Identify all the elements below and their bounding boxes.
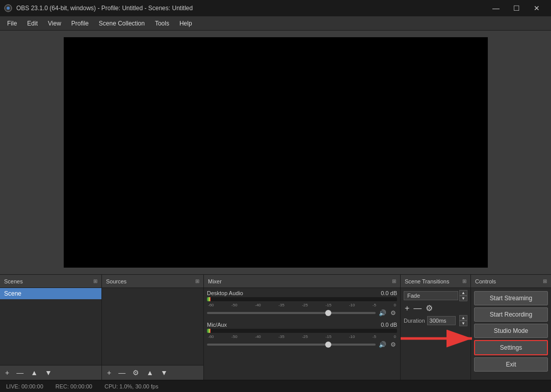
svg-point-1 bbox=[7, 7, 10, 10]
exit-button[interactable]: Exit bbox=[474, 357, 548, 372]
desktop-audio-meter-fill bbox=[207, 297, 211, 301]
scenes-footer: + — ▲ ▼ bbox=[0, 365, 101, 380]
mixer-channel-mic-top: Mic/Aux 0.0 dB bbox=[207, 322, 397, 328]
transitions-panel: Scene Transitions ⊞ Fade ▲ ▼ + — ⚙ Durat… bbox=[401, 275, 471, 380]
mixer-channel-mic: Mic/Aux 0.0 dB -60 -50 -40 -35 -25 -15 -… bbox=[207, 322, 397, 349]
mic-aux-meter-fill bbox=[207, 329, 211, 333]
sources-down-button[interactable]: ▼ bbox=[159, 368, 170, 378]
preview-canvas bbox=[64, 37, 488, 268]
sources-remove-button[interactable]: — bbox=[116, 368, 127, 378]
desktop-audio-mute[interactable]: 🔊 bbox=[378, 308, 387, 318]
maximize-button[interactable]: ☐ bbox=[506, 0, 527, 16]
controls-panel-header: Controls ⊞ bbox=[471, 275, 551, 288]
title-bar: OBS 23.1.0 (64-bit, windows) - Profile: … bbox=[0, 0, 551, 16]
menu-bar: File Edit View Profile Scene Collection … bbox=[0, 16, 551, 31]
desktop-audio-db: 0.0 dB bbox=[381, 290, 397, 296]
transition-spinner: ▲ ▼ bbox=[459, 290, 467, 301]
mixer-channel-desktop: Desktop Audio 0.0 dB -60 -50 -40 -35 -25… bbox=[207, 290, 397, 318]
mic-aux-db: 0.0 dB bbox=[381, 322, 397, 328]
status-bar: LIVE: 00:00:00 REC: 00:00:00 CPU: 1.0%, … bbox=[0, 380, 551, 392]
sources-footer: + — ⚙ ▲ ▼ bbox=[102, 365, 203, 380]
mic-aux-settings[interactable]: ⚙ bbox=[389, 340, 397, 349]
mic-aux-slider[interactable] bbox=[207, 344, 376, 346]
controls-panel-title: Controls bbox=[475, 278, 496, 284]
scenes-list: Scene bbox=[0, 288, 101, 365]
studio-mode-button[interactable]: Studio Mode bbox=[474, 324, 548, 338]
mixer-panel-icon[interactable]: ⊞ bbox=[392, 278, 396, 284]
preview-area bbox=[0, 31, 551, 274]
transition-select-row: Fade ▲ ▼ bbox=[404, 290, 467, 301]
controls-panel: Controls ⊞ Start Streaming Start Recordi… bbox=[471, 275, 551, 380]
controls-content: Start Streaming Start Recording Studio M… bbox=[471, 288, 551, 380]
scenes-panel-icon[interactable]: ⊞ bbox=[93, 278, 97, 284]
bottom-panels: Scenes ⊞ Scene + — ▲ ▼ Sources ⊞ + — ⚙ ▲… bbox=[0, 274, 551, 380]
duration-spin-down[interactable]: ▼ bbox=[459, 321, 467, 326]
menu-profile[interactable]: Profile bbox=[66, 18, 94, 29]
minimize-button[interactable]: — bbox=[486, 0, 506, 16]
duration-spin-up[interactable]: ▲ bbox=[459, 315, 467, 321]
menu-help[interactable]: Help bbox=[174, 18, 197, 29]
desktop-audio-slider[interactable] bbox=[207, 312, 376, 314]
desktop-audio-settings[interactable]: ⚙ bbox=[389, 308, 397, 318]
mic-aux-controls: 🔊 ⚙ bbox=[207, 340, 397, 349]
transition-settings-button[interactable]: ⚙ bbox=[425, 303, 434, 313]
mixer-panel: Mixer ⊞ Desktop Audio 0.0 dB -60 -50 -40… bbox=[204, 275, 401, 380]
sources-add-button[interactable]: + bbox=[105, 368, 113, 378]
desktop-audio-thumb[interactable] bbox=[325, 310, 331, 316]
sources-list bbox=[102, 288, 203, 365]
settings-button[interactable]: Settings bbox=[474, 340, 548, 355]
scenes-up-button[interactable]: ▲ bbox=[29, 368, 40, 378]
status-cpu: CPU: 1.0%, 30.00 fps bbox=[104, 383, 159, 389]
scenes-down-button[interactable]: ▼ bbox=[43, 368, 54, 378]
mixer-panel-header: Mixer ⊞ bbox=[204, 275, 400, 288]
status-rec: REC: 00:00:00 bbox=[56, 383, 92, 389]
mic-aux-meter bbox=[207, 329, 397, 333]
window-controls: — ☐ ✕ bbox=[486, 0, 547, 16]
menu-tools[interactable]: Tools bbox=[150, 18, 174, 29]
duration-label: Duration bbox=[404, 318, 425, 324]
duration-spinner: ▲ ▼ bbox=[459, 315, 467, 326]
mic-aux-mute[interactable]: 🔊 bbox=[378, 340, 387, 349]
mic-aux-label: Mic/Aux bbox=[207, 322, 227, 328]
transitions-content: Fade ▲ ▼ + — ⚙ Duration ▲ ▼ bbox=[401, 288, 470, 380]
menu-file[interactable]: File bbox=[2, 18, 22, 29]
sources-settings-button[interactable]: ⚙ bbox=[130, 368, 141, 378]
desktop-audio-label: Desktop Audio bbox=[207, 290, 243, 296]
scene-item[interactable]: Scene bbox=[0, 288, 101, 299]
menu-edit[interactable]: Edit bbox=[22, 18, 43, 29]
sources-panel-title: Sources bbox=[106, 278, 126, 284]
controls-panel-icon[interactable]: ⊞ bbox=[543, 278, 547, 284]
scenes-panel-header: Scenes ⊞ bbox=[0, 275, 101, 288]
desktop-audio-meter bbox=[207, 297, 397, 301]
scenes-add-button[interactable]: + bbox=[3, 368, 11, 378]
close-button[interactable]: ✕ bbox=[527, 0, 547, 16]
mixer-channel-desktop-top: Desktop Audio 0.0 dB bbox=[207, 290, 397, 296]
mic-aux-scale: -60 -50 -40 -35 -25 -15 -10 -5 0 bbox=[207, 334, 397, 339]
duration-input[interactable] bbox=[427, 316, 456, 325]
scenes-remove-button[interactable]: — bbox=[14, 368, 25, 378]
mic-aux-thumb[interactable] bbox=[325, 342, 331, 348]
transition-spin-down[interactable]: ▼ bbox=[459, 296, 467, 301]
start-recording-button[interactable]: Start Recording bbox=[474, 307, 548, 322]
menu-view[interactable]: View bbox=[43, 18, 66, 29]
menu-scene-collection[interactable]: Scene Collection bbox=[94, 18, 150, 29]
start-streaming-button[interactable]: Start Streaming bbox=[474, 291, 548, 305]
sources-panel-icon[interactable]: ⊞ bbox=[195, 278, 199, 284]
sources-panel: Sources ⊞ + — ⚙ ▲ ▼ bbox=[102, 275, 204, 380]
transition-add-button[interactable]: + bbox=[404, 304, 410, 313]
title-text: OBS 23.1.0 (64-bit, windows) - Profile: … bbox=[16, 5, 193, 12]
desktop-audio-scale: -60 -50 -40 -35 -25 -15 -10 -5 0 bbox=[207, 303, 397, 307]
transition-remove-button[interactable]: — bbox=[412, 304, 423, 313]
transitions-panel-icon[interactable]: ⊞ bbox=[462, 278, 466, 284]
mixer-panel-title: Mixer bbox=[208, 278, 222, 284]
title-bar-left: OBS 23.1.0 (64-bit, windows) - Profile: … bbox=[4, 4, 193, 12]
transition-name[interactable]: Fade bbox=[404, 291, 458, 300]
duration-row: Duration ▲ ▼ bbox=[404, 315, 467, 326]
sources-panel-header: Sources ⊞ bbox=[102, 275, 203, 288]
transition-footer: + — ⚙ bbox=[404, 303, 467, 313]
scenes-panel: Scenes ⊞ Scene + — ▲ ▼ bbox=[0, 275, 102, 380]
sources-up-button[interactable]: ▲ bbox=[144, 368, 155, 378]
app-icon bbox=[4, 4, 12, 12]
transition-spin-up[interactable]: ▲ bbox=[459, 290, 467, 296]
mixer-content: Desktop Audio 0.0 dB -60 -50 -40 -35 -25… bbox=[204, 288, 400, 380]
